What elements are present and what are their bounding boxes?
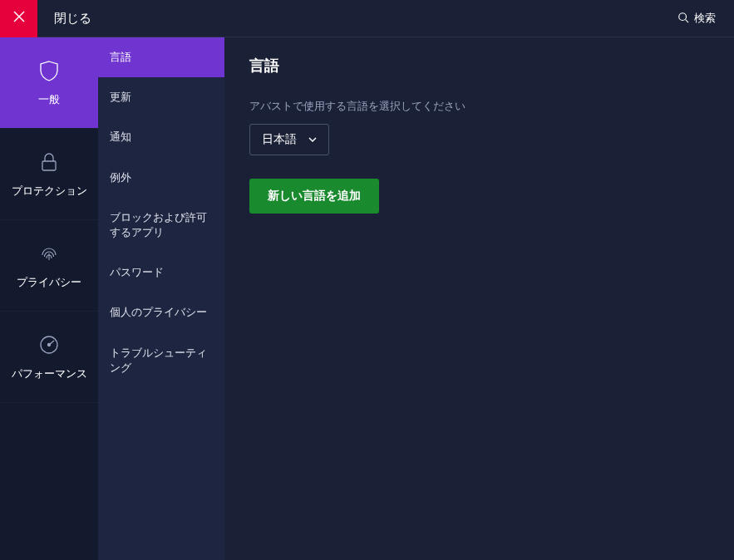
search-icon <box>677 12 689 26</box>
svg-point-2 <box>679 12 687 20</box>
body: 一般 プロテクション プライバシー <box>0 37 734 560</box>
search-button[interactable]: 検索 <box>677 11 716 26</box>
left-nav-item-performance[interactable]: パフォーマンス <box>0 312 98 403</box>
left-nav-item-protection[interactable]: プロテクション <box>0 129 98 220</box>
sub-nav-item-troubleshooting[interactable]: トラブルシューティング <box>98 333 224 388</box>
lock-icon <box>37 150 61 174</box>
sub-nav-item-password[interactable]: パスワード <box>98 253 224 292</box>
sub-nav: 言語 更新 通知 例外 ブロックおよび許可するアプリ パスワード 個人のプライバ… <box>98 37 224 560</box>
sub-nav-item-personal-privacy[interactable]: 個人のプライバシー <box>98 292 224 332</box>
left-nav-item-general[interactable]: 一般 <box>0 37 98 129</box>
header: 閉じる 検索 <box>0 0 734 37</box>
gauge-icon <box>37 333 61 356</box>
svg-rect-4 <box>42 161 56 170</box>
language-select-value: 日本語 <box>262 132 297 147</box>
sub-nav-item-language[interactable]: 言語 <box>98 37 224 77</box>
left-nav: 一般 プロテクション プライバシー <box>0 37 98 560</box>
close-button[interactable] <box>0 0 37 37</box>
left-nav-label: プライバシー <box>17 275 81 290</box>
close-label: 閉じる <box>54 11 91 27</box>
main-panel: 言語 アバストで使用する言語を選択してください 日本語 新しい言語を追加 <box>224 37 734 560</box>
main-description: アバストで使用する言語を選択してください <box>249 99 709 114</box>
close-icon <box>13 11 25 26</box>
sub-nav-item-update[interactable]: 更新 <box>98 77 224 117</box>
left-nav-label: 一般 <box>38 92 60 107</box>
fingerprint-icon <box>37 242 61 265</box>
sub-nav-item-exceptions[interactable]: 例外 <box>98 158 224 198</box>
chevron-down-icon <box>308 133 317 146</box>
shield-icon <box>37 59 61 82</box>
left-nav-label: プロテクション <box>12 184 87 199</box>
language-select[interactable]: 日本語 <box>249 124 329 155</box>
sub-nav-item-notifications[interactable]: 通知 <box>98 117 224 157</box>
svg-line-3 <box>686 19 689 22</box>
search-label: 検索 <box>694 11 716 26</box>
svg-point-7 <box>48 343 51 346</box>
left-nav-item-privacy[interactable]: プライバシー <box>0 220 98 312</box>
left-nav-label: パフォーマンス <box>12 366 87 381</box>
add-language-button[interactable]: 新しい言語を追加 <box>249 179 379 214</box>
sub-nav-item-blocked-allowed-apps[interactable]: ブロックおよび許可するアプリ <box>98 198 224 253</box>
main-title: 言語 <box>249 56 709 76</box>
